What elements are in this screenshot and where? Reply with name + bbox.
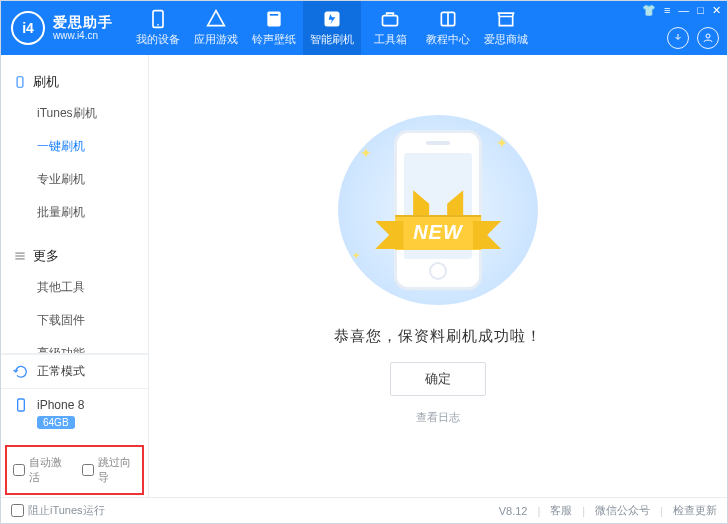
version-label: V8.12 [499,505,528,517]
nav-label: 我的设备 [136,32,180,47]
view-log-link[interactable]: 查看日志 [416,410,460,425]
group-title: 更多 [33,247,59,265]
user-icon[interactable] [697,27,719,49]
sidebar-group-more: 更多 其他工具 下载固件 高级功能 [1,235,148,353]
phone-outline-icon [13,75,27,89]
device-name: iPhone 8 [37,398,84,412]
checkbox-block-itunes[interactable]: 阻止iTunes运行 [11,503,105,518]
checkbox-input[interactable] [11,504,24,517]
phone-illustration-icon [394,130,482,290]
nav-label: 教程中心 [426,32,470,47]
sidebar-item-pro-flash[interactable]: 专业刷机 [1,163,148,196]
maximize-icon[interactable]: □ [697,5,704,16]
toolbox-icon [380,9,400,29]
music-icon [264,9,284,29]
group-head-flash[interactable]: 刷机 [1,67,148,97]
success-message: 恭喜您，保资料刷机成功啦！ [334,327,542,346]
svg-rect-2 [267,12,280,27]
nav-store[interactable]: 爱思商城 [477,1,535,55]
side-panels: 正常模式 iPhone 8 64GB 自动激活 [1,353,148,497]
header: i4 爱思助手 www.i4.cn 我的设备 应用游戏 铃声壁纸 智能刷机 [1,1,727,55]
sidebar-item-batch-flash[interactable]: 批量刷机 [1,196,148,229]
svg-point-8 [706,34,710,38]
close-icon[interactable]: ✕ [712,5,721,16]
sidebar-item-itunes-flash[interactable]: iTunes刷机 [1,97,148,130]
checkbox-label: 跳过向导 [98,455,137,485]
options-highlight-box: 自动激活 跳过向导 [5,445,144,495]
mode-label: 正常模式 [37,363,85,380]
svg-rect-13 [18,399,25,411]
sidebar-group-flash: 刷机 iTunes刷机 一键刷机 专业刷机 批量刷机 [1,61,148,235]
sidebar-item-oneclick-flash[interactable]: 一键刷机 [1,130,148,163]
success-illustration: ✦ ✦ ✦ NEW [338,115,538,305]
sidebar-item-other-tools[interactable]: 其他工具 [1,271,148,304]
group-title: 刷机 [33,73,59,91]
svg-point-1 [157,24,159,26]
main-panel: ✦ ✦ ✦ NEW 恭喜您，保资料刷机成功啦！ 确定 查看日志 [149,55,727,497]
brand-url: www.i4.cn [53,30,113,42]
phone-icon [148,9,168,29]
window-controls: 👕 ≡ — □ ✕ [642,5,721,16]
brand-logo-icon: i4 [11,11,45,45]
nav-toolbox[interactable]: 工具箱 [361,1,419,55]
brand: i4 爱思助手 www.i4.cn [1,1,123,55]
capacity-badge: 64GB [37,416,75,429]
sparkle-icon: ✦ [496,135,508,151]
checkbox-label: 阻止iTunes运行 [28,503,105,518]
checkbox-skip-guide[interactable]: 跳过向导 [82,455,137,485]
app-window: i4 爱思助手 www.i4.cn 我的设备 应用游戏 铃声壁纸 智能刷机 [0,0,728,524]
nav-smart-flash[interactable]: 智能刷机 [303,1,361,55]
tshirt-icon[interactable]: 👕 [642,5,656,16]
svg-rect-9 [17,77,23,88]
menu-icon[interactable]: ≡ [664,5,670,16]
new-ribbon: NEW [395,215,481,250]
checkbox-auto-activate[interactable]: 自动激活 [13,455,68,485]
sidebar-item-advanced[interactable]: 高级功能 [1,337,148,353]
sparkle-icon: ✦ [352,250,360,261]
list-icon [13,249,27,263]
support-link[interactable]: 客服 [550,503,572,518]
device-icon [13,397,29,413]
footer: 阻止iTunes运行 V8.12 | 客服 | 微信公众号 | 检查更新 [1,497,727,523]
svg-rect-5 [383,16,398,26]
top-nav: 我的设备 应用游戏 铃声壁纸 智能刷机 工具箱 教程中心 [129,1,535,55]
nav-tutorials[interactable]: 教程中心 [419,1,477,55]
svg-rect-3 [270,14,278,16]
nav-label: 铃声壁纸 [252,32,296,47]
refresh-icon [13,364,29,380]
checkbox-input[interactable] [82,464,94,476]
ribbon-text: NEW [395,215,481,250]
body: 刷机 iTunes刷机 一键刷机 专业刷机 批量刷机 更多 [1,55,727,497]
sidebar: 刷机 iTunes刷机 一键刷机 专业刷机 批量刷机 更多 [1,55,149,497]
store-icon [496,9,516,29]
nav-my-device[interactable]: 我的设备 [129,1,187,55]
nav-label: 爱思商城 [484,32,528,47]
nav-label: 应用游戏 [194,32,238,47]
flash-icon [322,9,342,29]
mode-row[interactable]: 正常模式 [1,354,148,389]
apps-icon [206,9,226,29]
nav-label: 智能刷机 [310,32,354,47]
brand-title: 爱思助手 [53,14,113,31]
device-block[interactable]: iPhone 8 64GB [1,389,148,439]
nav-apps-games[interactable]: 应用游戏 [187,1,245,55]
minimize-icon[interactable]: — [678,5,689,16]
ok-button[interactable]: 确定 [390,362,486,396]
checkbox-label: 自动激活 [29,455,68,485]
checkbox-input[interactable] [13,464,25,476]
sidebar-item-download-firmware[interactable]: 下载固件 [1,304,148,337]
download-icon[interactable] [667,27,689,49]
check-update-link[interactable]: 检查更新 [673,503,717,518]
book-icon [438,9,458,29]
nav-label: 工具箱 [374,32,407,47]
sparkle-icon: ✦ [360,145,372,161]
wechat-link[interactable]: 微信公众号 [595,503,650,518]
group-head-more[interactable]: 更多 [1,241,148,271]
nav-ringtone-wallpaper[interactable]: 铃声壁纸 [245,1,303,55]
